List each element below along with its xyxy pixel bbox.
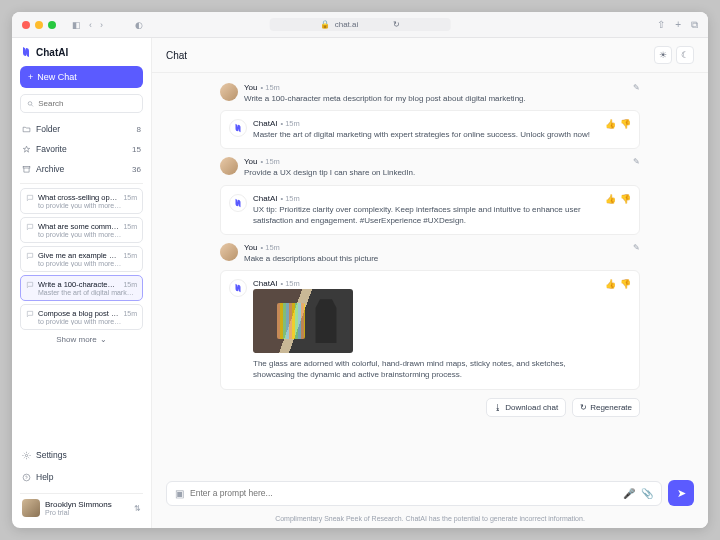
chat-icon bbox=[26, 281, 34, 289]
thumbs-down-icon[interactable]: 👎 bbox=[620, 194, 631, 226]
history-time: 15m bbox=[123, 194, 137, 201]
search-box[interactable] bbox=[20, 94, 143, 113]
prompt-input-box[interactable]: ▣ 🎤 📎 bbox=[166, 481, 662, 506]
close-dot[interactable] bbox=[22, 21, 30, 29]
input-bar: ▣ 🎤 📎 ➤ bbox=[166, 480, 694, 506]
history-subtitle: to provide you with more… bbox=[38, 260, 137, 267]
nav-folder-label: Folder bbox=[36, 124, 60, 134]
history-time: 15m bbox=[123, 310, 137, 317]
msg-text: Master the art of digital marketing with… bbox=[253, 129, 599, 140]
msg-time: • 15m bbox=[261, 243, 280, 252]
settings-label: Settings bbox=[36, 450, 67, 460]
address-bar[interactable]: 🔒 chat.ai ↻ bbox=[270, 18, 451, 31]
edit-icon[interactable]: ✎ bbox=[633, 243, 640, 252]
history-item[interactable]: What cross-selling oppo…15mto provide yo… bbox=[20, 188, 143, 214]
thumbs-down-icon[interactable]: 👎 bbox=[620, 279, 631, 380]
nav-folder-count: 8 bbox=[137, 125, 141, 134]
nav-settings[interactable]: Settings bbox=[20, 445, 143, 465]
theme-light-button[interactable]: ☀ bbox=[654, 46, 672, 64]
image-icon[interactable]: ▣ bbox=[175, 488, 184, 499]
msg-author: You bbox=[244, 83, 258, 92]
tabs-icon[interactable]: ⧉ bbox=[691, 19, 698, 31]
history-subtitle: to provide you with more… bbox=[38, 202, 137, 209]
new-chat-button[interactable]: + New Chat bbox=[20, 66, 143, 88]
nav-forward-icon[interactable]: › bbox=[100, 20, 103, 30]
user-avatar bbox=[22, 499, 40, 517]
mic-icon[interactable]: 🎤 bbox=[623, 488, 635, 499]
refresh-icon[interactable]: ↻ bbox=[393, 20, 400, 29]
prompt-input[interactable] bbox=[190, 488, 617, 498]
edit-icon[interactable]: ✎ bbox=[633, 157, 640, 166]
history-item[interactable]: Write a 100-characte…15mMaster the art o… bbox=[20, 275, 143, 301]
nav-archive[interactable]: Archive 36 bbox=[20, 159, 143, 179]
nav-favorite-count: 15 bbox=[132, 145, 141, 154]
help-icon bbox=[22, 473, 31, 482]
user-message: You• 15m Write a 100-character meta desc… bbox=[220, 83, 640, 104]
show-more-button[interactable]: Show more ⌄ bbox=[20, 330, 143, 349]
ai-avatar-icon bbox=[229, 119, 247, 137]
shield-icon[interactable]: ◐ bbox=[135, 20, 143, 30]
thumbs-up-icon[interactable]: 👍 bbox=[605, 194, 616, 226]
chat-body: You• 15m Write a 100-character meta desc… bbox=[152, 73, 708, 474]
svg-line-1 bbox=[31, 104, 32, 105]
maximize-dot[interactable] bbox=[48, 21, 56, 29]
lock-icon: 🔒 bbox=[320, 20, 330, 29]
send-icon: ➤ bbox=[677, 487, 686, 500]
gear-icon bbox=[22, 451, 31, 460]
user-avatar-icon bbox=[220, 83, 238, 101]
msg-text: The glass are adorned with colorful, han… bbox=[253, 358, 599, 380]
download-icon: ⭳ bbox=[494, 403, 502, 412]
ai-avatar-icon bbox=[229, 194, 247, 212]
plus-icon: + bbox=[28, 72, 33, 82]
send-button[interactable]: ➤ bbox=[668, 480, 694, 506]
regenerate-button[interactable]: ↻Regenerate bbox=[572, 398, 640, 417]
download-chat-button[interactable]: ⭳Download chat bbox=[486, 398, 566, 417]
msg-time: • 15m bbox=[261, 157, 280, 166]
brand-logo-icon bbox=[20, 46, 32, 58]
msg-text: Provide a UX design tip I can share on L… bbox=[244, 167, 627, 178]
history-item[interactable]: What are some common…15mto provide you w… bbox=[20, 217, 143, 243]
history-list: What cross-selling oppo…15mto provide yo… bbox=[20, 188, 143, 330]
nav-back-icon[interactable]: ‹ bbox=[89, 20, 92, 30]
user-name: Brooklyn Simmons bbox=[45, 500, 129, 509]
theme-dark-button[interactable]: ☾ bbox=[676, 46, 694, 64]
nav-folder[interactable]: Folder 8 bbox=[20, 119, 143, 139]
search-input[interactable] bbox=[38, 99, 136, 108]
svg-point-0 bbox=[28, 101, 32, 105]
sidebar-toggle-icon[interactable]: ◧ bbox=[72, 20, 81, 30]
svg-point-4 bbox=[23, 474, 30, 481]
search-icon bbox=[27, 100, 34, 108]
chevron-updown-icon: ⇅ bbox=[134, 504, 141, 513]
ai-message-card: ChatAI• 15m The glass are adorned with c… bbox=[220, 270, 640, 389]
show-more-label: Show more bbox=[56, 335, 96, 344]
history-item[interactable]: Give me an example of…15mto provide you … bbox=[20, 246, 143, 272]
add-tab-icon[interactable]: + bbox=[675, 19, 681, 31]
msg-text: Make a descriptions about this picture bbox=[244, 253, 627, 264]
attach-icon[interactable]: 📎 bbox=[641, 488, 653, 499]
titlebar: ◧ ‹ › ◐ 🔒 chat.ai ↻ ⇧ + ⧉ bbox=[12, 12, 708, 38]
nav-help[interactable]: Help bbox=[20, 467, 143, 487]
user-box[interactable]: Brooklyn Simmons Pro trial ⇅ bbox=[20, 493, 143, 522]
thumbs-up-icon[interactable]: 👍 bbox=[605, 119, 616, 140]
user-avatar-icon bbox=[220, 157, 238, 175]
chat-icon bbox=[26, 223, 34, 231]
share-icon[interactable]: ⇧ bbox=[657, 19, 665, 31]
chat-icon bbox=[26, 252, 34, 260]
edit-icon[interactable]: ✎ bbox=[633, 83, 640, 92]
ai-message-card: ChatAI• 15m UX tip: Prioritize clarity o… bbox=[220, 185, 640, 235]
thumbs-down-icon[interactable]: 👎 bbox=[620, 119, 631, 140]
disclaimer-text: Complimentary Sneak Peek of Research. Ch… bbox=[152, 512, 708, 528]
chat-icon bbox=[26, 194, 34, 202]
nav-favorite[interactable]: Favorite 15 bbox=[20, 139, 143, 159]
thumbs-up-icon[interactable]: 👍 bbox=[605, 279, 616, 380]
history-subtitle: Master the art of digital marketi… bbox=[38, 289, 137, 296]
svg-point-3 bbox=[25, 454, 27, 456]
url-text: chat.ai bbox=[335, 20, 359, 29]
history-item[interactable]: Compose a blog post of…15mto provide you… bbox=[20, 304, 143, 330]
refresh-icon: ↻ bbox=[580, 403, 587, 412]
main-header: Chat ☀ ☾ bbox=[152, 38, 708, 73]
history-subtitle: to provide you with more… bbox=[38, 231, 137, 238]
minimize-dot[interactable] bbox=[35, 21, 43, 29]
msg-author: ChatAI bbox=[253, 279, 277, 288]
user-plan: Pro trial bbox=[45, 509, 129, 516]
